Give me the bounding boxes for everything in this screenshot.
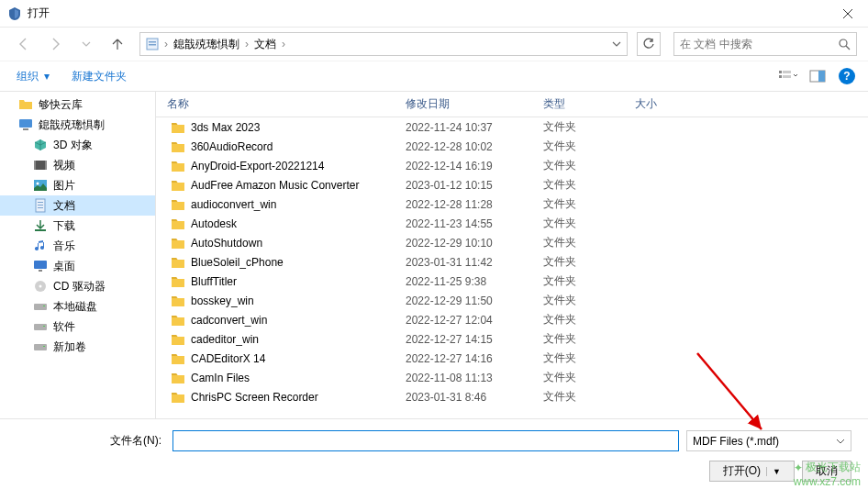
folder-icon <box>171 179 185 192</box>
sidebar-item-12[interactable]: 新加卷 <box>0 337 155 357</box>
column-type[interactable]: 类型 <box>532 96 624 112</box>
search-input[interactable] <box>674 38 832 50</box>
filename-input[interactable] <box>172 430 679 451</box>
file-name: bosskey_win <box>191 295 254 307</box>
watermark: ✦ 极光下载站 www.xz7.com <box>786 458 868 489</box>
file-row[interactable]: cadeditor_win2022-12-27 14:15文件夹 <box>156 329 868 349</box>
file-row[interactable]: CADEditorX 142022-12-27 14:16文件夹 <box>156 349 868 368</box>
refresh-button[interactable] <box>637 32 661 56</box>
cd-icon <box>33 279 48 294</box>
main-area: 够快云库鎴戠殑璁惧剸3D 对象视频图片文档下载音乐桌面CD 驱动器本地磁盘软件新… <box>0 92 868 418</box>
file-date: 2022-12-27 12:04 <box>395 314 532 327</box>
sidebar-item-5[interactable]: 文档 <box>0 195 155 216</box>
recent-dropdown[interactable] <box>73 32 99 56</box>
open-dropdown-icon[interactable]: ▼ <box>766 467 781 476</box>
svg-point-16 <box>37 183 39 185</box>
svg-rect-28 <box>34 324 47 330</box>
filetype-select[interactable]: MDF Files (*.mdf) <box>686 430 851 451</box>
file-row[interactable]: 360AudioRecord2022-12-28 10:02文件夹 <box>156 137 868 156</box>
new-folder-button[interactable]: 新建文件夹 <box>68 65 130 88</box>
file-row[interactable]: cadconvert_win2022-12-27 12:04文件夹 <box>156 310 868 329</box>
file-type: 文件夹 <box>532 158 624 173</box>
file-date: 2022-12-28 10:02 <box>395 140 532 153</box>
breadcrumb-segment[interactable]: 文档 <box>250 33 280 55</box>
search-box[interactable] <box>673 32 857 56</box>
chevron-right-icon[interactable]: › <box>280 38 287 50</box>
file-name: ChrisPC Screen Recorder <box>191 391 318 404</box>
forward-button[interactable] <box>42 32 68 56</box>
sidebar: 够快云库鎴戠殑璁惧剸3D 对象视频图片文档下载音乐桌面CD 驱动器本地磁盘软件新… <box>0 92 156 418</box>
svg-rect-10 <box>19 119 32 128</box>
file-row[interactable]: Autodesk2022-11-23 14:55文件夹 <box>156 214 868 233</box>
file-row[interactable]: AutoShutdown2022-12-29 10:10文件夹 <box>156 233 868 252</box>
folder-icon <box>171 217 185 230</box>
sidebar-item-4[interactable]: 图片 <box>0 175 155 195</box>
folder-icon <box>171 198 185 211</box>
svg-rect-29 <box>43 326 45 327</box>
sidebar-item-10[interactable]: 本地磁盘 <box>0 296 155 317</box>
file-name: AutoShutdown <box>191 237 262 250</box>
folder-yellow-icon <box>18 97 33 112</box>
file-name: Autodesk <box>191 217 237 230</box>
file-name: audioconvert_win <box>191 198 276 211</box>
folder-icon <box>171 391 185 404</box>
file-date: 2022-12-29 11:50 <box>395 295 532 307</box>
file-date: 2023-01-31 11:42 <box>395 256 532 269</box>
file-row[interactable]: AudFree Amazon Music Converter2023-01-12… <box>156 175 868 194</box>
up-button[interactable] <box>105 32 130 56</box>
breadcrumb-segment[interactable]: 鎴戠殑璁惧剸 <box>170 33 243 55</box>
column-size[interactable]: 大小 <box>624 96 697 112</box>
file-row[interactable]: AnyDroid-Export-202212142022-12-14 16:19… <box>156 156 868 175</box>
file-list: 名称 修改日期 类型 大小 3ds Max 20232022-11-24 10:… <box>156 92 868 418</box>
svg-rect-6 <box>779 75 782 78</box>
file-row[interactable]: ChrisPC Screen Recorder2023-01-31 8:46文件… <box>156 387 868 406</box>
sidebar-item-1[interactable]: 鎴戠殑璁惧剸 <box>0 115 155 135</box>
sidebar-item-9[interactable]: CD 驱动器 <box>0 276 155 296</box>
file-date: 2023-01-12 10:15 <box>395 179 532 192</box>
file-type: 文件夹 <box>532 177 624 193</box>
file-type: 文件夹 <box>532 331 624 347</box>
sidebar-item-11[interactable]: 软件 <box>0 317 155 337</box>
folder-icon <box>171 295 185 307</box>
help-button[interactable]: ? <box>839 68 855 84</box>
svg-rect-2 <box>149 44 156 46</box>
close-button[interactable] <box>827 0 868 28</box>
folder-icon <box>171 333 185 346</box>
sidebar-item-2[interactable]: 3D 对象 <box>0 135 155 155</box>
file-row[interactable]: CamIn Files2022-11-08 11:13文件夹 <box>156 368 868 387</box>
sidebar-item-6[interactable]: 下载 <box>0 216 155 236</box>
organize-menu[interactable]: 组织 <box>13 65 42 88</box>
sidebar-item-7[interactable]: 音乐 <box>0 236 155 256</box>
address-history-dropdown[interactable] <box>606 33 627 55</box>
svg-point-25 <box>39 285 42 288</box>
column-date[interactable]: 修改日期 <box>395 96 532 112</box>
address-bar[interactable]: › 鎴戠殑璁惧剸 › 文档 › <box>139 32 628 56</box>
file-type: 文件夹 <box>532 273 624 289</box>
chevron-right-icon[interactable]: › <box>243 38 250 50</box>
sidebar-item-3[interactable]: 视频 <box>0 155 155 175</box>
file-type: 文件夹 <box>532 216 624 231</box>
chevron-right-icon[interactable]: › <box>162 38 170 50</box>
open-button[interactable]: 打开(O) ▼ <box>709 461 795 482</box>
file-row[interactable]: 3ds Max 20232022-11-24 10:37文件夹 <box>156 117 868 137</box>
folder-icon <box>171 121 185 134</box>
file-row[interactable]: bosskey_win2022-12-29 11:50文件夹 <box>156 291 868 310</box>
folder-icon <box>171 160 185 172</box>
preview-pane-button[interactable] <box>804 64 831 88</box>
chevron-down-icon[interactable]: ▾ <box>44 70 50 83</box>
file-row[interactable]: BlueSoleil_cPhone2023-01-31 11:42文件夹 <box>156 252 868 272</box>
file-name: CADEditorX 14 <box>191 352 265 365</box>
folder-icon <box>171 352 185 365</box>
back-button[interactable] <box>11 32 37 56</box>
svg-rect-14 <box>45 161 47 170</box>
file-date: 2022-12-14 16:19 <box>395 160 532 172</box>
file-row[interactable]: audioconvert_win2022-12-28 11:28文件夹 <box>156 194 868 214</box>
column-name[interactable]: 名称 <box>156 96 395 112</box>
sidebar-item-8[interactable]: 桌面 <box>0 256 155 276</box>
file-row[interactable]: BluffTitler2022-11-25 9:38文件夹 <box>156 272 868 291</box>
view-options-button[interactable] <box>774 64 802 88</box>
folder-icon <box>171 275 185 288</box>
sidebar-item-0[interactable]: 够快云库 <box>0 94 155 115</box>
search-icon[interactable] <box>832 33 856 55</box>
file-name: CamIn Files <box>191 372 250 384</box>
